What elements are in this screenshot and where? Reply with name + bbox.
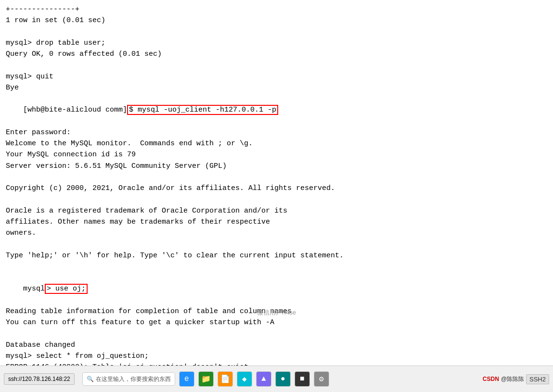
ssh2-label: SSH2 [526,374,549,384]
use-oj-highlight: > use oj; [45,284,88,294]
terminal-line [6,60,547,71]
search-icon: 🔍 [87,376,94,382]
terminal-line: Your MySQL connection id is 79 [6,149,547,160]
taskbar-icon-file[interactable]: 📄 [218,371,233,387]
terminal-line: Oracle is a registered trademark of Orac… [6,205,547,216]
taskbar-icon-app5[interactable]: ⚙ [314,371,329,387]
terminal-mysql-prefix: mysql [23,285,45,293]
terminal-line: 1 row in set (0.01 sec) [6,15,547,26]
watermark-text: 微信用户rf4se [257,308,296,317]
csdn-label: CSDN [483,376,499,382]
terminal-line: ERROR 1146 (42S02): Table 'oj.oj_questio… [6,362,547,366]
taskbar-right-section: CSDN @陈陈陈 SSH2 [483,374,553,384]
taskbar-left-section: ssh://120.78.126.148:22 🔍 在这里输入，你要搜索的东西 … [0,371,483,387]
taskbar-app-icons: 🔍 在这里输入，你要搜索的东西 e 📁 📄 ◆ ▲ ● ■ ⚙ [77,371,334,387]
terminal-line: Bye [6,82,547,93]
terminal-line [6,239,547,250]
author-label: @陈陈陈 [501,375,524,383]
terminal-line [6,328,547,339]
terminal-line [6,26,547,38]
taskbar: ssh://120.78.126.148:22 🔍 在这里输入，你要搜索的东西 … [0,366,553,392]
terminal-line: Welcome to the MySQL monitor. Commands e… [6,138,547,149]
terminal-line: Database changed [6,340,547,351]
terminal-window: +---------------+ 1 row in set (0.01 sec… [0,0,553,366]
terminal-line: Server version: 5.6.51 MySQL Community S… [6,161,547,172]
taskbar-icon-app3[interactable]: ● [275,371,291,387]
terminal-prefix: [whb@bite-alicloud comm] [23,106,127,114]
search-placeholder-text: 在这里输入，你要搜索的东西 [96,375,171,383]
terminal-line: You can turn off this feature to get a q… [6,317,547,328]
taskbar-icon-folder[interactable]: 📁 [198,371,214,387]
terminal-line: Query OK, 0 rows affected (0.01 sec) [6,49,547,60]
terminal-line: mysql> select * from oj_question; [6,351,547,362]
taskbar-icon-app4[interactable]: ■ [295,371,310,387]
terminal-line: owners. [6,228,547,239]
terminal-line: +---------------+ [6,4,547,15]
taskbar-icon-app1[interactable]: ◆ [237,371,252,387]
command-highlight-box: $ mysql -uoj_client -h127.0.0.1 -p [127,105,278,115]
terminal-line [6,194,547,205]
terminal-line: affiliates. Other names may be trademark… [6,216,547,228]
terminal-line-command: [whb@bite-alicloud comm]$ mysql -uoj_cli… [6,93,547,127]
terminal-line [6,172,547,183]
terminal-line: mysql> quit [6,71,547,82]
taskbar-icon-app2[interactable]: ▲ [256,371,271,387]
terminal-line: Enter password: [6,127,547,138]
terminal-line: Copyright (c) 2000, 2021, Oracle and/or … [6,183,547,194]
taskbar-search[interactable]: 🔍 在这里输入，你要搜索的东西 [82,372,175,386]
terminal-line: Type 'help;' or '\h' for help. Type '\c'… [6,250,547,261]
ssh-connection-label: ssh://120.78.126.148:22 [4,373,75,385]
taskbar-icon-edge[interactable]: e [179,371,194,387]
terminal-line [6,261,547,272]
terminal-line: mysql> drop table user; [6,38,547,49]
terminal-line-use-oj: mysql> use oj; [6,272,547,306]
